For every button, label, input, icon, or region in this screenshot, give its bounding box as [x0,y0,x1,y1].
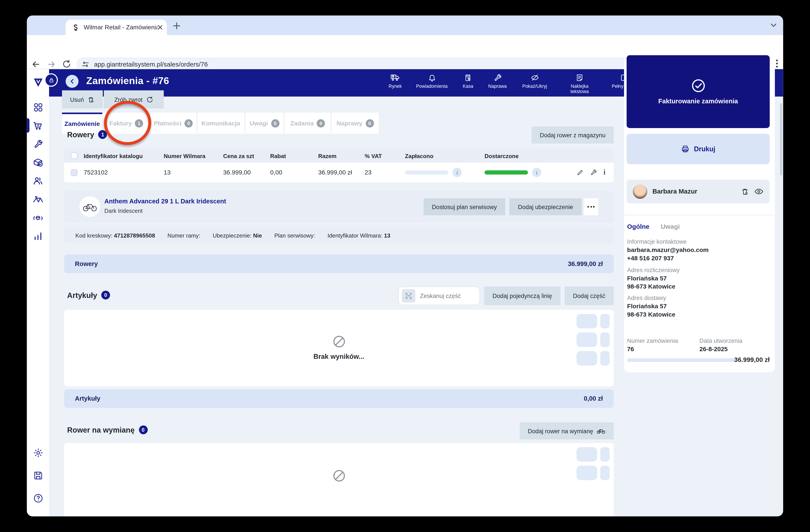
row-info-icon[interactable]: i [603,168,605,177]
paid-progress: i [405,168,485,177]
paid-info-icon[interactable]: i [453,168,462,177]
nav-item-naklejka[interactable]: Naklejka tekstowa [565,73,594,94]
back-button[interactable] [66,75,79,88]
back-icon[interactable] [31,59,41,69]
tab-naprawy[interactable]: Naprawy0 [331,113,379,134]
nav-item-pokaz-ukryj[interactable]: Pokaż/Ukryj [522,73,547,89]
sidebar-item-customers[interactable] [27,174,49,187]
sidebar-item-help[interactable] [27,492,49,505]
billing-address-section: Adres rozliczeniowy Floriańska 57 98-673… [627,267,680,291]
more-options-button[interactable] [584,198,598,215]
customer-card-header: Barbara Mazur [627,180,770,203]
select-all-checkbox[interactable] [70,152,77,159]
refund-button[interactable]: Zrób zwrot [104,90,164,109]
nav-item-powiadomienia[interactable]: Powiadomienia [416,73,448,89]
sidebar-item-stats[interactable] [27,230,49,242]
nav-item-naprawa[interactable]: Naprawa [488,73,507,89]
add-part-button[interactable]: Dodaj część [565,287,614,305]
scan-part-input[interactable] [419,292,473,299]
invoice-order-card[interactable]: Fakturowanie zamówienia [627,55,770,128]
view-customer-eye-icon[interactable] [754,188,763,195]
bike-thumbnail[interactable] [80,196,100,217]
edit-pencil-icon[interactable] [577,169,584,176]
scrollbar-thumb[interactable] [780,103,782,176]
adjust-service-plan-button[interactable]: Dostosuj plan serwisowy [424,198,505,215]
sidebar-item-sales[interactable] [27,119,49,132]
print-button[interactable]: Drukuj [627,134,770,164]
created-date-block: Data utworzenia 26-8-2025 [699,337,742,353]
sidebar-item-bikes[interactable] [27,193,49,205]
nav-item-kasa[interactable]: Kasa [463,73,473,89]
left-sidebar [27,69,49,516]
add-single-line-button[interactable]: Dodaj pojedynczą linię [484,287,561,305]
customer-phone: +48 516 207 937 [627,254,709,263]
bike-meta-strip: Kod kreskowy: 4712878965508 Numer ramy: … [64,227,614,243]
insurance-value: Nie [253,232,262,238]
scan-barcode-icon [402,289,415,302]
check-circle-icon [627,78,770,94]
created-date-value: 26-8-2025 [699,346,742,353]
sidebar-item-service[interactable] [27,138,49,150]
browser-tab[interactable]: Wilmar Retail - Zamówienia - [66,20,167,35]
new-tab-button[interactable] [173,22,180,29]
pos-terminal-icon [464,73,472,82]
unlink-customer-trash-icon[interactable] [741,187,749,196]
tab-badge: 0 [317,119,325,128]
site-settings-icon[interactable] [82,61,90,68]
reload-icon[interactable] [62,59,71,68]
customer-tab-notes[interactable]: Uwagi [661,223,680,230]
articles-empty-card: Brak wyników... [64,310,614,386]
vat-cell: 23 [365,169,405,176]
bike-product-panel: Anthem Advanced 29 1 L Dark Iridescent D… [64,191,614,223]
favicon [72,23,80,31]
tab-uwagi[interactable]: Uwagi0 [245,113,284,134]
tab-badge: 0 [366,119,374,128]
screenshot-root: Wilmar Retail - Zamówienia - app.giantre… [0,0,810,532]
browser-window: Wilmar Retail - Zamówienia - app.giantre… [27,16,783,516]
delivered-info-icon[interactable]: i [532,168,541,177]
sidebar-item-stock-sync[interactable] [27,212,49,224]
sidebar-item-settings[interactable] [27,447,49,459]
nav-item-rynek[interactable]: Rynek [389,73,402,89]
sidebar-item-save[interactable] [27,469,49,482]
sidebar-item-returns[interactable] [27,156,49,168]
customer-tabs: Ogólne Uwagi [627,223,680,230]
tab-platnosci[interactable]: Płatności0 [150,113,196,134]
customer-tab-general[interactable]: Ogólne [627,223,649,230]
unit-price-cell: 36.999,00 [223,169,270,176]
delete-order-button[interactable]: Usuń [62,90,103,109]
wrench-icon [493,73,502,82]
replacement-count-badge: 0 [139,426,147,434]
chevron-down-icon[interactable] [771,23,777,27]
url-text: app.giantretailsystem.pl/sales/orders/76 [94,61,665,68]
bike-table-row[interactable]: 7523102 13 36.999,00 0,00 36.999,00 zł 2… [64,163,614,182]
lock-badge[interactable] [45,73,58,87]
customer-email: barbara.mazur@yahoo.com [627,246,709,254]
order-number-block: Numer zamówienia 76 [627,337,678,353]
add-bike-from-stock-button[interactable]: Dodaj rower z magazynu [532,127,614,144]
printer-icon [681,145,690,153]
bell-icon [428,73,436,82]
add-insurance-button[interactable]: Dodaj ubezpieczenie [509,198,582,215]
service-wrench-icon[interactable] [590,169,597,176]
tab-faktury[interactable]: Faktury1 [103,113,149,134]
add-replacement-bike-button[interactable]: Dodaj rower na wymianę [520,422,614,439]
scan-part-field[interactable] [398,287,480,305]
sidebar-item-dashboard[interactable] [27,101,49,114]
tab-badge: 1 [135,119,143,128]
customer-name[interactable]: Barbara Mazur [652,188,736,195]
row-checkbox[interactable] [70,169,77,176]
tab-close-icon[interactable] [158,25,163,30]
no-results-icon [64,469,614,483]
product-name-link[interactable]: Anthem Advanced 29 1 L Dark Iridescent [104,198,226,205]
paid-progress-bar [405,170,448,174]
delivered-progress-bar [485,170,528,174]
tab-komunikacja[interactable]: Komunikacja [197,113,244,134]
forward-icon[interactable] [46,59,56,69]
customer-avatar[interactable] [633,184,647,199]
bikes-table-header: Identyfikator katalogu Numer Wilmara Cen… [64,149,614,163]
articles-count-badge: 0 [101,291,110,299]
ellipsis-icon [587,206,595,207]
bikes-total-row: Rowery 36.999,00 zł [64,255,614,273]
tab-zadania[interactable]: Zadania0 [285,113,330,134]
